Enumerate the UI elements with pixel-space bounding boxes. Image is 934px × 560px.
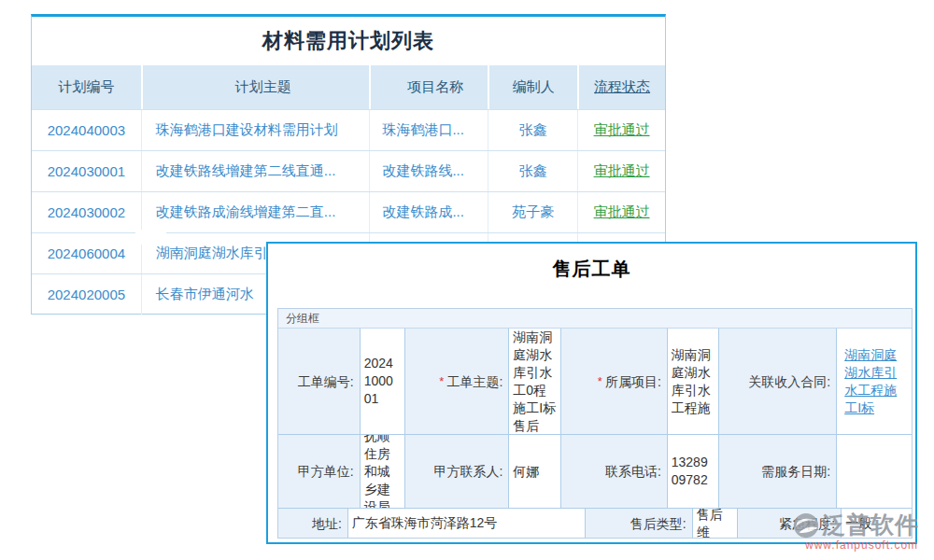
cell-plan-id[interactable]: 2024040003 bbox=[32, 110, 141, 150]
groupbox: 分组框 工单编号: 2024100001 * 工单主题: 湖南洞庭湖水库引水工0… bbox=[277, 308, 913, 539]
table-row: 2024040003 珠海鹤港口建设材料需用计划 珠海鹤港口... 张鑫 审批通… bbox=[32, 109, 665, 150]
fanpu-watermark: 泛普软件 www.fanpusoft.com bbox=[792, 510, 932, 554]
cell-creator[interactable]: 苑子豪 bbox=[488, 192, 577, 232]
field-label-project: * 所属项目: bbox=[561, 329, 668, 434]
cell-project-name[interactable]: 改建铁路线... bbox=[369, 151, 488, 191]
cell-plan-subject[interactable]: 改建铁路成渝线增建第二直... bbox=[141, 192, 370, 232]
field-label-order-no: 工单编号: bbox=[278, 329, 361, 434]
form-row: 工单编号: 2024100001 * 工单主题: 湖南洞庭湖水库引水工0程施工I… bbox=[278, 329, 912, 435]
cell-plan-subject[interactable]: 改建铁路线增建第二线直通... bbox=[141, 151, 370, 191]
column-header-project-name: 项目名称 bbox=[369, 65, 488, 109]
list-window-title: 材料需用计划列表 bbox=[32, 17, 665, 65]
field-value-aftersale-type: 售后维 bbox=[693, 509, 738, 538]
cell-flow-status[interactable]: 审批通过 bbox=[577, 151, 665, 191]
cell-plan-id[interactable]: 2024060004 bbox=[32, 233, 141, 273]
field-value-project: 湖南洞庭湖水库引水工程施 bbox=[668, 329, 719, 434]
cell-plan-subject[interactable]: 珠海鹤港口建设材料需用计划 bbox=[141, 110, 370, 150]
cell-plan-id[interactable]: 2024020005 bbox=[32, 274, 141, 315]
field-label-project-text: 所属项目: bbox=[605, 373, 661, 390]
field-value-party-a: 抚顺住房和城乡建设局 bbox=[361, 435, 405, 508]
field-value-order-no: 2024100001 bbox=[361, 329, 405, 434]
field-value-service-date bbox=[837, 435, 912, 508]
aftersale-workorder-dialog: 售后工单 分组框 工单编号: 2024100001 * 工单主题: 湖南洞庭湖水… bbox=[266, 242, 917, 544]
field-label-aftersale-type: 售后类型: bbox=[586, 509, 693, 538]
column-header-flow-status: 流程状态 bbox=[577, 65, 665, 109]
field-label-service-date: 需服务日期: bbox=[719, 435, 838, 508]
white-patch bbox=[135, 230, 166, 245]
dialog-title: 售后工单 bbox=[268, 255, 915, 283]
field-label-subject: * 工单主题: bbox=[405, 329, 510, 434]
cell-creator[interactable]: 张鑫 bbox=[488, 110, 577, 150]
groupbox-label: 分组框 bbox=[278, 309, 912, 329]
column-header-plan-id: 计划编号 bbox=[32, 65, 141, 109]
required-marker: * bbox=[439, 373, 444, 390]
field-label-phone: 联系电话: bbox=[561, 435, 668, 508]
watermark-url-text: www.fanpusoft.com bbox=[805, 539, 932, 552]
column-header-plan-subject: 计划主题 bbox=[141, 65, 370, 109]
field-value-subject: 湖南洞庭湖水库引水工0程施工I标售后 bbox=[509, 329, 561, 434]
cell-creator[interactable]: 张鑫 bbox=[488, 151, 577, 191]
cell-flow-status[interactable]: 审批通过 bbox=[577, 192, 665, 232]
column-header-creator: 编制人 bbox=[488, 65, 577, 109]
list-table-header: 计划编号 计划主题 项目名称 编制人 流程状态 bbox=[32, 65, 665, 109]
cell-plan-id[interactable]: 2024030001 bbox=[32, 151, 141, 191]
form-row: 甲方单位: 抚顺住房和城乡建设局 甲方联系人: 何娜 联系电话: 1328909… bbox=[278, 435, 912, 509]
field-value-income-contract-link[interactable]: 湖南洞庭湖水库引水工程施工I标 bbox=[837, 329, 912, 434]
watermark-brand-text: 泛普软件 bbox=[822, 510, 919, 540]
field-label-party-contact: 甲方联系人: bbox=[405, 435, 510, 508]
table-row: 2024030002 改建铁路成渝线增建第二直... 改建铁路成... 苑子豪 … bbox=[32, 191, 665, 232]
field-label-subject-text: 工单主题: bbox=[446, 373, 502, 390]
cell-project-name[interactable]: 改建铁路成... bbox=[369, 192, 488, 232]
cell-project-name[interactable]: 珠海鹤港口... bbox=[369, 110, 488, 150]
field-label-income-contract: 关联收入合同: bbox=[719, 329, 838, 434]
field-value-address: 广东省珠海市菏泽路12号 bbox=[348, 509, 586, 538]
cell-plan-id[interactable]: 2024030002 bbox=[32, 192, 141, 232]
cell-flow-status[interactable]: 审批通过 bbox=[577, 110, 665, 150]
required-marker: * bbox=[598, 373, 602, 390]
field-label-address: 地址: bbox=[278, 509, 348, 538]
field-value-phone: 1328909782 bbox=[668, 435, 719, 508]
field-label-party-a: 甲方单位: bbox=[278, 435, 361, 508]
field-value-party-contact: 何娜 bbox=[509, 435, 561, 508]
table-row: 2024030001 改建铁路线增建第二线直通... 改建铁路线... 张鑫 审… bbox=[32, 150, 665, 191]
fanpu-logo-icon bbox=[792, 511, 820, 539]
